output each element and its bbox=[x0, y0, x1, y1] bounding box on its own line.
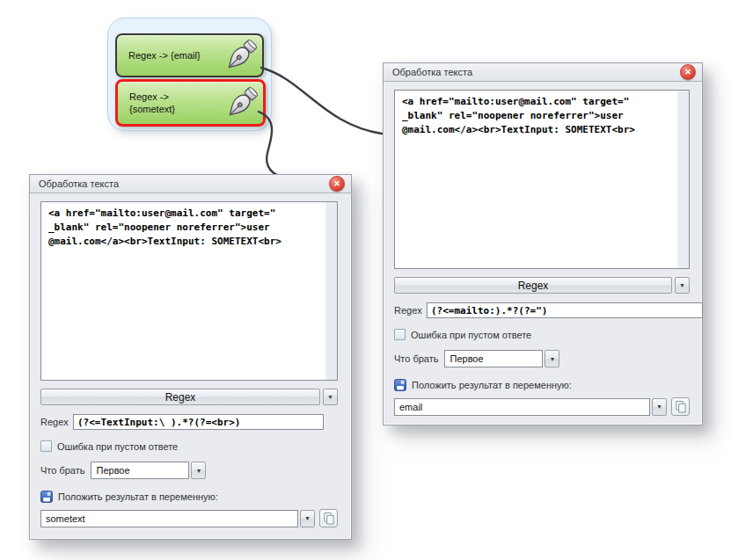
regex-input[interactable] bbox=[427, 302, 703, 318]
chevron-down-icon: ▼ bbox=[304, 515, 311, 521]
variable-dropdown-button[interactable]: ▼ bbox=[652, 398, 667, 416]
take-what-value[interactable]: Первое bbox=[444, 350, 543, 367]
take-what-dropdown-button[interactable]: ▼ bbox=[545, 350, 559, 367]
take-what-dropdown-button[interactable]: ▼ bbox=[191, 462, 206, 479]
chevron-down-icon: ▼ bbox=[656, 404, 662, 410]
error-on-empty-checkbox[interactable] bbox=[394, 329, 406, 340]
connector-line-email bbox=[261, 68, 382, 134]
textarea-scrollbar[interactable] bbox=[677, 91, 689, 268]
regex-label: Regex bbox=[40, 417, 73, 427]
error-on-empty-checkbox[interactable] bbox=[40, 440, 52, 452]
copy-variable-button[interactable] bbox=[671, 397, 690, 416]
regex-input[interactable] bbox=[73, 414, 324, 430]
take-what-combobox[interactable]: Первое ▼ bbox=[444, 350, 559, 367]
pen-icon bbox=[222, 36, 260, 75]
variable-value[interactable]: sometext bbox=[40, 510, 298, 527]
close-button[interactable]: ✕ bbox=[680, 64, 696, 80]
close-button[interactable]: ✕ bbox=[329, 176, 345, 192]
save-variable-icon bbox=[394, 379, 406, 391]
text-processing-dialog-email: Обработка текста ✕ <a href="mailto:user@… bbox=[383, 62, 703, 425]
error-on-empty-label: Ошибка при пустом ответе bbox=[411, 330, 531, 340]
regex-label: Regex bbox=[394, 305, 427, 316]
put-result-label: Положить результат в переменную: bbox=[58, 491, 218, 502]
source-text-area[interactable]: <a href="mailto:user@mail.com" target=" … bbox=[394, 90, 690, 269]
variable-combobox[interactable]: sometext ▼ bbox=[40, 510, 315, 527]
copy-icon bbox=[674, 400, 687, 413]
close-icon: ✕ bbox=[684, 68, 691, 76]
take-what-combobox[interactable]: Первое ▼ bbox=[91, 462, 206, 479]
copy-variable-button[interactable] bbox=[319, 509, 338, 527]
flow-node-regex-email[interactable]: Regex -> {email} bbox=[115, 33, 264, 77]
take-what-label: Что брать bbox=[40, 465, 84, 476]
dialog-title: Обработка текста bbox=[39, 178, 329, 189]
action-type-button[interactable]: Regex bbox=[40, 389, 320, 405]
variable-value[interactable]: email bbox=[394, 398, 650, 416]
flow-node-regex-sometext[interactable]: Regex -> {sometext} bbox=[115, 79, 266, 127]
take-what-label: Что брать bbox=[394, 353, 438, 364]
variable-dropdown-button[interactable]: ▼ bbox=[300, 510, 315, 527]
chevron-down-icon: ▼ bbox=[550, 356, 556, 362]
textarea-scrollbar[interactable] bbox=[325, 202, 337, 380]
node-label: Regex -> {email} bbox=[117, 49, 222, 62]
save-variable-icon bbox=[40, 491, 53, 503]
chevron-down-icon: ▼ bbox=[196, 468, 202, 474]
copy-icon bbox=[322, 512, 335, 525]
source-text: <a href="mailto:user@mail.com" target=" … bbox=[395, 91, 677, 137]
put-result-label: Положить результат в переменную: bbox=[412, 380, 572, 390]
action-type-dropdown-button[interactable]: ▼ bbox=[323, 389, 338, 405]
pen-icon bbox=[223, 84, 261, 122]
variable-combobox[interactable]: email ▼ bbox=[394, 398, 667, 416]
node-label: Regex -> {sometext} bbox=[118, 91, 223, 115]
close-icon: ✕ bbox=[333, 179, 340, 187]
flow-editor-canvas: Regex -> {email} Regex -> {sometext} bbox=[0, 0, 731, 560]
source-text: <a href="mailto:user@mail.com" target=" … bbox=[41, 202, 325, 249]
take-what-value[interactable]: Первое bbox=[91, 462, 189, 479]
source-text-area[interactable]: <a href="mailto:user@mail.com" target=" … bbox=[40, 201, 338, 381]
dialog-titlebar[interactable]: Обработка текста ✕ bbox=[384, 63, 702, 82]
dialog-title: Обработка текста bbox=[392, 67, 680, 77]
action-type-dropdown-button[interactable]: ▼ bbox=[675, 277, 690, 294]
action-type-button[interactable]: Regex bbox=[394, 277, 672, 294]
error-on-empty-label: Ошибка при пустом ответе bbox=[57, 441, 178, 452]
text-processing-dialog-sometext: Обработка текста ✕ <a href="mailto:user@… bbox=[29, 174, 352, 540]
chevron-down-icon: ▼ bbox=[679, 282, 685, 288]
dialog-titlebar[interactable]: Обработка текста ✕ bbox=[30, 175, 351, 193]
chevron-down-icon: ▼ bbox=[327, 394, 333, 400]
